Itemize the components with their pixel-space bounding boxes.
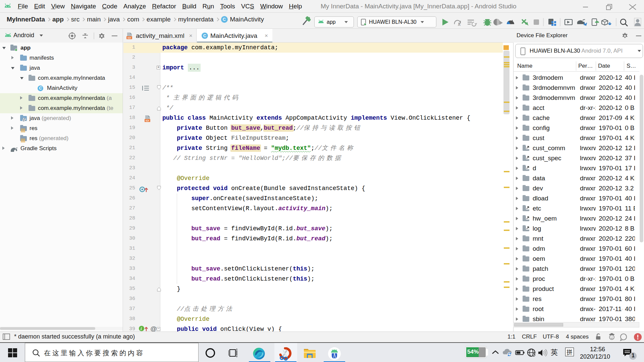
svg-text:<>: <> [146, 119, 149, 123]
svg-text:i: i [141, 326, 142, 331]
svg-text:<>: <> [127, 36, 131, 40]
svg-text:A: A [458, 22, 461, 26]
svg-text:@: @ [150, 325, 157, 332]
